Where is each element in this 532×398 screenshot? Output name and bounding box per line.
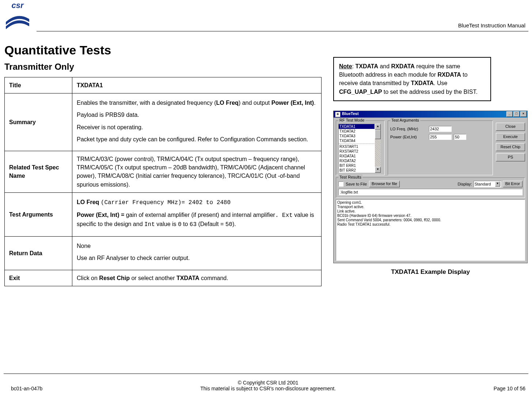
group-title-rfmode: RF Test Mode [338,118,365,122]
list-item[interactable]: TXDATA2 [339,129,375,134]
svg-text:csr: csr [11,1,24,10]
chevron-down-icon: ▼ [495,181,500,187]
close-button[interactable]: × [520,111,527,117]
list-item[interactable]: RXSTART2 [339,149,375,154]
log-line: Transport active. [337,205,524,209]
list-item[interactable]: BIT ERR1 [339,163,375,168]
close-action-button[interactable]: Close [496,123,525,131]
minimize-button[interactable]: _ [506,111,513,117]
row-exit-value: Click on Reset Chip or select another TX… [72,270,322,286]
log-line: Radio Test TXDATA1 successful. [337,222,524,227]
row-title-value: TXDATA1 [72,77,322,93]
test-results-group: Test Results Save to File Browse for fil… [336,177,525,198]
window-titlebar[interactable]: BBlueTest _ □ × [334,111,527,118]
row-related-value: TRM/CA/03/C (power control), TRM/CA/04/C… [72,151,322,192]
power-label: Power (Ext,Int) [390,135,427,139]
lo-freq-label: LO Freq. (MHz) [390,127,427,131]
section-heading: Quantitative Tests [4,43,322,57]
page-header: csr BlueTest Instruction Manual [0,0,532,32]
rf-test-mode-group: RF Test Mode TXDATA1 TXDATA2 TXDATA3 TXD… [336,120,385,175]
row-related-label: Related Test Spec Name [5,151,72,192]
log-line: Sent Command Varid 5004, parameters: 000… [337,218,524,222]
doc-id: bc01-an-047b [11,386,42,391]
nda-notice: This material is subject to CSR's non-di… [200,386,336,391]
log-path-field[interactable]: .\logfile.txt [338,189,522,195]
app-icon: B [335,112,341,117]
row-title-label: Title [5,77,72,93]
header-rule [37,31,528,31]
group-title-results: Test Results [338,175,362,179]
maximize-button[interactable]: □ [513,111,520,117]
action-buttons: Close Execute Reset Chip PS [496,120,525,175]
note-box: Note: TXDATA and RXDATA require the same… [333,57,491,101]
group-title-args: Test Arguments [390,118,420,122]
window-title: BlueTest [342,111,359,116]
scroll-down-icon[interactable]: ▼ [375,167,381,173]
listbox-scrollbar[interactable]: ▲ ▼ [375,124,381,173]
subsection-heading: Transmitter Only [4,62,322,72]
log-line: Opening com1. [337,200,524,205]
scroll-up-icon[interactable]: ▲ [375,124,381,130]
execute-button[interactable]: Execute [496,133,525,141]
lo-freq-input[interactable]: 2432 [429,126,452,132]
log-line: BC01b (Hardware ID 64) firmware version … [337,214,524,218]
copyright: © Copyright CSR Ltd 2001 [238,380,299,386]
row-summary-label: Summary [5,93,72,151]
save-to-file-checkbox[interactable] [338,181,343,187]
list-item[interactable]: TXDATA1 [339,124,375,129]
list-item[interactable]: RXDATA1 [339,154,375,158]
page-number: Page 10 of 56 [494,386,525,391]
log-line: Link active. [337,209,524,214]
ps-button[interactable]: PS [496,153,525,161]
list-item[interactable]: TXDATA3 [339,134,375,138]
spec-table: Title TXDATA1 Summary Enables the transm… [4,77,322,286]
test-arguments-group: Test Arguments LO Freq. (MHz) 2432 Power… [388,120,493,175]
row-return-value: None Use an RF Analyser to check carrier… [72,237,322,270]
list-item[interactable]: TXDATA4 [339,138,375,143]
page-footer: bc01-an-047b © Copyright CSR Ltd 2001 Th… [0,380,532,391]
log-output: Opening com1. Transport active. Link act… [336,199,525,261]
power-int-input[interactable]: 50 [454,134,466,140]
footer-rule [4,374,528,374]
bluetest-window: BBlueTest _ □ × RF Test Mode TXDATA1 TXD… [333,111,528,263]
browse-button[interactable]: Browse for file [369,181,400,187]
display-label: Display: [458,182,472,186]
list-item[interactable]: RXDATA2 [339,158,375,163]
scroll-thumb[interactable] [375,130,381,139]
power-ext-input[interactable]: 255 [429,134,452,140]
row-summary-value: Enables the transmitter, with a designat… [72,93,322,151]
reset-chip-button[interactable]: Reset Chip [496,143,525,151]
save-to-file-label: Save to File [346,182,367,186]
row-exit-label: Exit [5,270,72,286]
figure-caption: TXDATA1 Example Display [333,268,528,276]
test-mode-listbox[interactable]: TXDATA1 TXDATA2 TXDATA3 TXDATA4 RXSTART1… [338,124,375,173]
display-select[interactable]: Standard ▼ [474,181,501,187]
manual-title: BlueTest Instruction Manual [458,22,525,28]
row-args-value: LO Freq (Carrier Frequency MHz)= 2402 to… [72,192,322,237]
row-return-label: Return Data [5,237,72,270]
row-args-label: Test Arguments [5,192,72,237]
bit-error-button[interactable]: Bit Error [503,181,522,187]
csr-logo: csr [3,1,32,30]
list-item[interactable]: RXSTART1 [339,143,375,149]
list-item[interactable]: BIT ERR2 [339,168,375,173]
